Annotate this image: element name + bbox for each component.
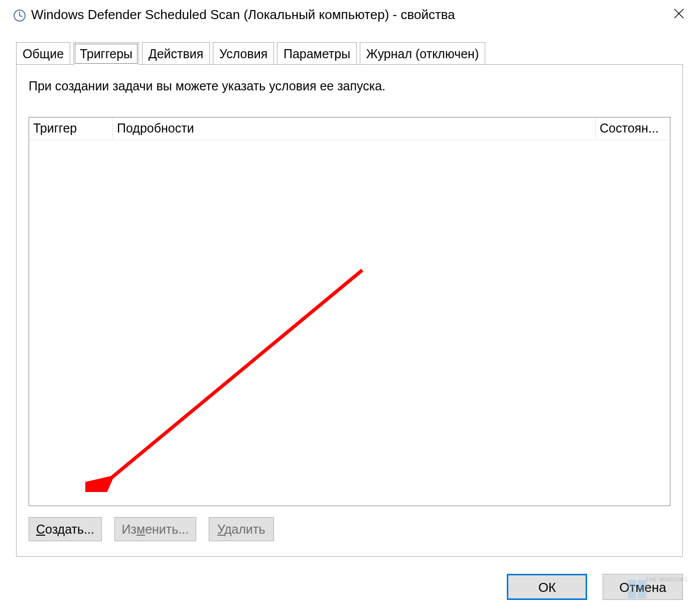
tab-label: Журнал (отключен)	[366, 47, 479, 61]
tab-triggers[interactable]: Триггеры	[73, 42, 139, 65]
close-button[interactable]	[659, 0, 699, 29]
dialog-body: Общие Триггеры Действия Условия Параметр…	[7, 35, 692, 607]
new-trigger-button[interactable]: Создать...	[29, 517, 102, 541]
button-label-rest: енить...	[145, 522, 189, 536]
column-header-details[interactable]: Подробности	[113, 117, 596, 139]
column-header-status[interactable]: Состоян...	[596, 117, 670, 139]
button-label-rest: далить	[224, 522, 265, 536]
ok-button[interactable]: ОК	[507, 574, 587, 600]
triggers-description: При создании задачи вы можете указать ус…	[29, 79, 670, 93]
tabstrip: Общие Триггеры Действия Условия Параметр…	[16, 42, 683, 65]
task-scheduler-icon	[13, 9, 26, 22]
tab-label: Действия	[149, 47, 204, 61]
tab-history[interactable]: Журнал (отключен)	[360, 42, 485, 65]
hotkey-underline: С	[36, 522, 45, 536]
titlebar: Windows Defender Scheduled Scan (Локальн…	[0, 0, 699, 29]
hotkey-underline: У	[217, 522, 224, 536]
cancel-button[interactable]: Отмена	[603, 574, 683, 600]
delete-trigger-button: Удалить	[209, 517, 274, 541]
button-label-pre: Из	[122, 522, 136, 536]
tab-conditions[interactable]: Условия	[213, 42, 274, 65]
tab-general[interactable]: Общие	[16, 42, 70, 65]
tabpanel-triggers: При создании задачи вы можете указать ус…	[16, 64, 683, 557]
tab-label: Общие	[23, 47, 64, 61]
listview-header: Триггер Подробности Состоян...	[29, 117, 670, 140]
button-label-rest: оздать...	[45, 522, 94, 536]
tab-actions[interactable]: Действия	[142, 42, 210, 65]
triggers-listview[interactable]: Триггер Подробности Состоян...	[29, 117, 670, 506]
window-title: Windows Defender Scheduled Scan (Локальн…	[31, 7, 455, 23]
triggers-buttons: Создать... Изменить... Удалить	[29, 517, 283, 542]
column-header-trigger[interactable]: Триггер	[29, 117, 113, 139]
edit-trigger-button: Изменить...	[114, 517, 197, 541]
tab-settings[interactable]: Параметры	[277, 42, 357, 65]
close-icon	[673, 8, 684, 19]
dialog-buttons: ОК Отмена	[495, 574, 683, 602]
hotkey-underline: м	[136, 522, 145, 536]
tab-label: Условия	[219, 47, 267, 61]
tab-label: Триггеры	[80, 47, 132, 61]
tab-label: Параметры	[284, 47, 350, 61]
